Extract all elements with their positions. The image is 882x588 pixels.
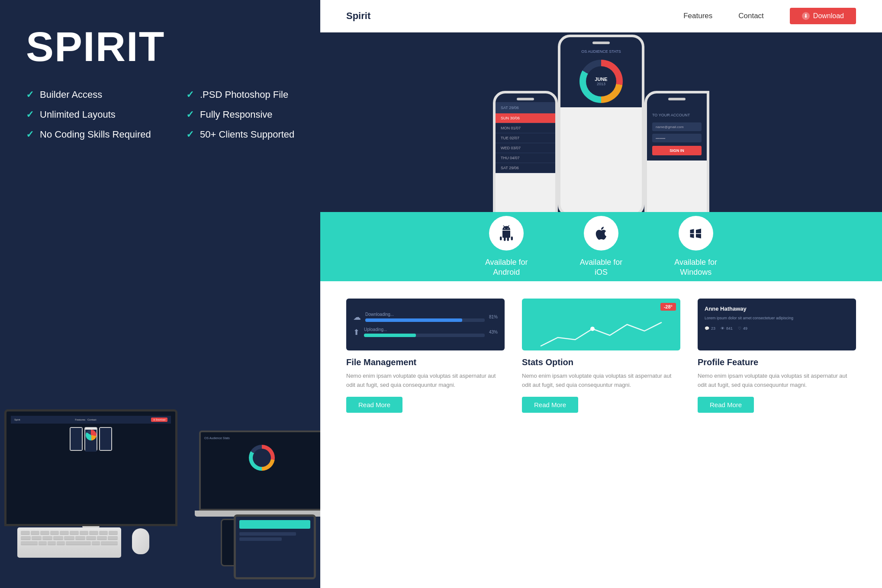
stats-chart-svg — [522, 316, 680, 350]
email-input-display: name@gmail.com — [652, 122, 702, 131]
feature-item-5: ✓ .PSD Photoshop File — [186, 89, 320, 100]
profile-feature-read-more[interactable]: Read More — [698, 397, 754, 413]
download-label: Download — [813, 12, 844, 20]
file-management-desc: Nemo enim ipsam voluptate quia voluptas … — [346, 372, 505, 390]
profile-image: Anne Hathaway Lorem ipsum dolor sit amet… — [698, 299, 856, 350]
mini-phone-1 — [70, 427, 83, 451]
comments-count: 23 — [711, 326, 715, 331]
mini-download-btn: ⬇ Download — [151, 418, 167, 422]
key — [70, 531, 79, 535]
monitor-screen: Spirit Features Contact ⬇ Download — [4, 409, 177, 526]
phone-left-mockup: SAT 29/06 SUN 30/06 MON 01/07 TUE 02/07 … — [493, 91, 558, 212]
keyboard-row-1 — [21, 531, 118, 535]
view-icon: 👁 — [721, 326, 724, 331]
key — [97, 536, 107, 540]
donut-chart-container: JUNE 2013 — [560, 55, 642, 107]
feature-label-5: .PSD Photoshop File — [200, 89, 288, 100]
android-label: Available forAndroid — [485, 257, 528, 278]
platform-android: Available forAndroid — [485, 216, 528, 278]
calendar-row-sunday: SUN 30/06 — [496, 113, 555, 123]
keyboard-row-3 — [21, 541, 118, 545]
ios-icon-circle — [584, 216, 618, 251]
features-list: ✓ Builder Access ✓ .PSD Photoshop File ✓… — [0, 67, 320, 140]
key — [57, 541, 65, 545]
stats-title: OS AUDIENCE STATS — [560, 46, 642, 55]
phone-left-frame: SAT 29/06 SUN 30/06 MON 01/07 TUE 02/07 … — [493, 91, 558, 212]
phone-center-frame: OS AUDIENCE STATS JUNE 2013 — [558, 35, 644, 212]
feature-item-6: ✓ Fully Responsive — [186, 109, 320, 120]
file-percent-2: 43% — [489, 330, 498, 334]
laptop-screen: OS Audience Stats — [199, 431, 320, 511]
file-percent-1: 81% — [489, 315, 498, 319]
heart-icon: ♡ — [738, 326, 741, 331]
feature-label-1: Builder Access — [40, 89, 102, 100]
ios-label: Available foriOS — [580, 257, 623, 278]
feature-item-4: ✓ 50+ Clients Supported — [186, 129, 320, 140]
tablet-bar-2 — [239, 532, 296, 536]
key — [60, 531, 69, 535]
android-icon — [499, 225, 514, 241]
password-placeholder: •••••••• — [656, 136, 665, 140]
mini-phone-screen-3 — [100, 428, 111, 450]
mini-phones-display — [11, 427, 171, 451]
stats-option-desc: Nemo enim ipsam voluptate quia voluptas … — [522, 372, 680, 390]
android-icon-circle — [489, 216, 524, 251]
check-icon-5: ✓ — [186, 89, 194, 100]
key — [109, 531, 118, 535]
views-count: 841 — [726, 326, 733, 331]
tablet-frame — [234, 514, 316, 579]
key — [32, 536, 42, 540]
phone-right-mockup: TO YOUR ACCOUNT name@gmail.com •••••••• … — [644, 91, 709, 212]
key — [21, 536, 31, 540]
mini-links: Features Contact — [75, 418, 96, 421]
mini-nav: Spirit Features Contact ⬇ Download — [11, 416, 171, 424]
mini-logo: Spirit — [14, 418, 20, 421]
nav-link-features[interactable]: Features — [683, 12, 712, 20]
donut-chart: JUNE 2013 — [579, 60, 623, 103]
nav-logo: Spirit — [346, 10, 370, 22]
profile-likes-stat: ♡ 49 — [738, 326, 747, 331]
signin-button-display: SIGN IN — [652, 146, 702, 155]
calendar-row-wed: WED 03/07 — [496, 143, 555, 153]
laptop-donut — [249, 445, 275, 471]
stats-option-read-more[interactable]: Read More — [522, 397, 578, 413]
calendar-row-tue: TUE 02/07 — [496, 133, 555, 143]
laptop-donut-hole — [253, 449, 271, 467]
key — [39, 541, 47, 545]
download-icon: ⬇ — [802, 12, 810, 20]
right-panel: Spirit Features Contact ⬇ Download SAT 2… — [320, 0, 882, 588]
features-section: ☁ Downloading... 81% ⬆ Uploading... — [320, 281, 882, 588]
feature-cards-row: ☁ Downloading... 81% ⬆ Uploading... — [346, 299, 856, 413]
donut-hole: JUNE 2013 — [586, 66, 616, 96]
key — [21, 531, 30, 535]
key — [42, 536, 52, 540]
mini-phone-screen-1 — [71, 428, 82, 450]
check-icon-1: ✓ — [26, 89, 34, 100]
donut-month: JUNE — [595, 77, 607, 82]
devices-mockup: Spirit Features Contact ⬇ Download — [0, 307, 320, 588]
windows-label: Available forWindows — [674, 257, 717, 278]
file-management-read-more[interactable]: Read More — [346, 397, 402, 413]
windows-label-text: Available forWindows — [674, 258, 717, 276]
key — [64, 536, 74, 540]
profile-description: Lorem ipsum dolor sit amet consectetuer … — [705, 315, 849, 321]
profile-name: Anne Hathaway — [705, 305, 849, 312]
profile-feature-card: Anne Hathaway Lorem ipsum dolor sit amet… — [698, 299, 856, 413]
stats-option-title: Stats Option — [522, 357, 680, 367]
mouse-mockup — [132, 528, 149, 554]
login-form: TO YOUR ACCOUNT name@gmail.com •••••••• … — [647, 102, 707, 161]
key — [31, 531, 40, 535]
download-button[interactable]: ⬇ Download — [790, 8, 856, 24]
nav-link-contact[interactable]: Contact — [738, 12, 764, 20]
keyboard-mockup — [17, 527, 121, 558]
stats-image: -28° — [522, 299, 680, 350]
laptop-chart-area — [204, 445, 319, 471]
key — [108, 536, 118, 540]
tablet-bar-1 — [239, 520, 310, 529]
check-icon-6: ✓ — [186, 109, 194, 120]
hero-title: SPIRIT — [0, 0, 320, 67]
key — [75, 536, 85, 540]
tablet-bar-3 — [239, 537, 282, 541]
feature-label-6: Fully Responsive — [200, 109, 273, 120]
file-management-title: File Management — [346, 357, 505, 367]
